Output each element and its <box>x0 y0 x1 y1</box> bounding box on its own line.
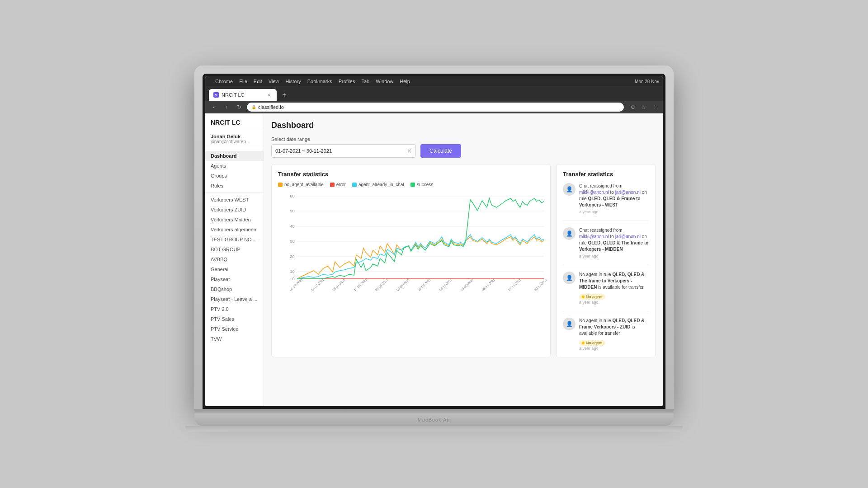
user-email: jonah@softwareb... <box>211 139 258 144</box>
svg-text:10: 10 <box>290 269 295 274</box>
menu-button[interactable]: ⋮ <box>650 103 659 112</box>
legend-error: error <box>330 182 346 187</box>
stat-badge-3: No agent <box>579 340 605 346</box>
page-title: Dashboard <box>271 121 656 130</box>
sidebar-group-4[interactable]: TEST GROUP NO C... <box>205 235 264 244</box>
chart-title: Transfer statistics <box>278 171 544 178</box>
chrome-menu[interactable]: Chrome <box>215 79 233 84</box>
edit-menu[interactable]: Edit <box>254 79 262 84</box>
browser-nav-bar: ‹ › ↻ 🔒 classified.io ⚙ ☆ ⋮ <box>205 101 663 113</box>
stat-from-1[interactable]: mikki@anon.nl <box>579 234 609 239</box>
stat-badge-dot-3 <box>582 342 585 344</box>
sidebar-group-13[interactable]: PTV Service <box>205 324 264 334</box>
window-menu[interactable]: Window <box>376 79 393 84</box>
file-menu[interactable]: File <box>239 79 247 84</box>
svg-text:30: 30 <box>290 239 295 244</box>
svg-text:11-08-2021: 11-08-2021 <box>353 278 368 292</box>
stat-text-3: No agent in rule QLED, QLED & Frame Verk… <box>579 318 649 337</box>
stat-to-1[interactable]: jari@anon.nl <box>615 234 641 239</box>
chart-legend: no_agent_available error agent_already_i… <box>278 182 544 187</box>
stat-content-3: No agent in rule QLED, QLED & Frame Verk… <box>579 318 649 351</box>
date-clear-button[interactable]: ✕ <box>407 148 412 155</box>
url-text: classified.io <box>258 104 284 110</box>
stat-time-2: a year ago <box>579 300 649 305</box>
stat-to-0[interactable]: jari@anon.nl <box>615 190 641 195</box>
os-datetime: Mon 28 Nov <box>635 79 659 84</box>
sidebar-group-6[interactable]: AVBBQ <box>205 254 264 264</box>
legend-agent-in-chat: agent_already_in_chat <box>352 182 404 187</box>
sidebar-item-dashboard[interactable]: Dashboard <box>205 151 264 161</box>
legend-label-error: error <box>336 182 346 187</box>
legend-success: success <box>410 182 433 187</box>
extensions-button[interactable]: ⚙ <box>628 103 637 112</box>
history-menu[interactable]: History <box>285 79 301 84</box>
stat-badge-dot-2 <box>582 296 585 298</box>
sidebar-group-14[interactable]: TVW <box>205 334 264 344</box>
stat-avatar-3: 👤 <box>563 318 576 330</box>
browser-tab[interactable]: V NRCIT LC ✕ <box>209 89 277 101</box>
svg-text:08-09-2021: 08-09-2021 <box>396 278 410 292</box>
sidebar-group-9[interactable]: BBQshop <box>205 284 264 294</box>
stat-avatar-2: 👤 <box>563 272 576 284</box>
lock-icon: 🔒 <box>251 105 256 109</box>
help-menu[interactable]: Help <box>400 79 410 84</box>
svg-text:17-11-2021: 17-11-2021 <box>507 278 522 292</box>
svg-text:01-07-2021: 01-07-2021 <box>289 278 303 292</box>
stat-badge-label-3: No agent <box>586 341 603 345</box>
sidebar-group-8[interactable]: Playseat <box>205 274 264 284</box>
back-button[interactable]: ‹ <box>209 102 219 112</box>
legend-dot-error <box>330 183 335 187</box>
stat-item-1: 👤 Chat reassigned from mikki@anon.nl to … <box>563 227 649 265</box>
sidebar-item-groups[interactable]: Groups <box>205 171 264 181</box>
main-content: Dashboard Select date range 01-07-2021 ~… <box>264 113 663 406</box>
user-info[interactable]: Jonah Geluk jonah@softwareb... <box>205 130 264 148</box>
reload-button[interactable]: ↻ <box>234 102 244 112</box>
new-tab-button[interactable]: + <box>278 89 290 101</box>
view-menu[interactable]: View <box>269 79 279 84</box>
calculate-button[interactable]: Calculate <box>420 144 461 158</box>
legend-dot-success <box>410 183 415 187</box>
tab-menu[interactable]: Tab <box>361 79 369 84</box>
date-range-section: Select date range 01-07-2021 ~ 30-11-202… <box>271 136 656 158</box>
sidebar-group-2[interactable]: Verkopers Midden <box>205 215 264 225</box>
svg-text:30-11-2021: 30-11-2021 <box>533 278 548 292</box>
svg-text:22-09-2021: 22-09-2021 <box>417 278 432 292</box>
url-bar[interactable]: 🔒 classified.io <box>247 103 624 112</box>
bookmarks-menu[interactable]: Bookmarks <box>307 79 332 84</box>
stat-avatar-0: 👤 <box>563 183 576 196</box>
chart-svg: 60 50 40 30 20 10 0 <box>278 192 544 282</box>
sidebar-group-12[interactable]: PTV Sales <box>205 314 264 324</box>
sidebar-nav: Dashboard Agents Groups Rules Verkopers … <box>205 148 264 347</box>
sidebar-item-rules[interactable]: Rules <box>205 181 264 191</box>
stat-item-0: 👤 Chat reassigned from mikki@anon.nl to … <box>563 183 649 221</box>
sidebar-group-3[interactable]: Verkopers algemeen <box>205 225 264 235</box>
sidebar-group-0[interactable]: Verkopers WEST <box>205 195 264 205</box>
stat-item-3: 👤 No agent in rule QLED, QLED & Frame Ve… <box>563 318 649 351</box>
sidebar-item-agents[interactable]: Agents <box>205 161 264 171</box>
sidebar-group-11[interactable]: PTV 2.0 <box>205 304 264 314</box>
app-logo: NRCIT LC <box>205 113 264 130</box>
tab-close-button[interactable]: ✕ <box>266 92 272 98</box>
bookmark-button[interactable]: ☆ <box>639 103 648 112</box>
date-range-value: 01-07-2021 ~ 30-11-2021 <box>275 148 332 154</box>
stat-from-0[interactable]: mikki@anon.nl <box>579 190 609 195</box>
sidebar-group-5[interactable]: BOT GROUP <box>205 244 264 254</box>
legend-no-agent: no_agent_available <box>278 182 324 187</box>
stat-content-0: Chat reassigned from mikki@anon.nl to ja… <box>579 183 649 214</box>
sidebar-group-1[interactable]: Verkopers ZUID <box>205 205 264 215</box>
os-menu-bar: Chrome File Edit View History Bookmarks … <box>205 76 663 86</box>
profiles-menu[interactable]: Profiles <box>339 79 355 84</box>
legend-dot-agent-in-chat <box>352 183 357 187</box>
sidebar-group-10[interactable]: Playseat - Leave a ... <box>205 294 264 304</box>
forward-button[interactable]: › <box>222 102 231 112</box>
transfer-chart-card: Transfer statistics no_agent_available e… <box>271 164 551 357</box>
svg-text:20-10-2021: 20-10-2021 <box>460 278 474 292</box>
legend-label-success: success <box>417 182 433 187</box>
sidebar-group-7[interactable]: General <box>205 264 264 274</box>
sidebar-divider <box>205 192 264 193</box>
svg-text:25-08-2021: 25-08-2021 <box>374 278 389 292</box>
date-range-input[interactable]: 01-07-2021 ~ 30-11-2021 ✕ <box>271 144 416 158</box>
legend-dot-no-agent <box>278 183 283 187</box>
stat-badge-label-2: No agent <box>586 295 603 299</box>
user-name: Jonah Geluk <box>211 134 258 139</box>
